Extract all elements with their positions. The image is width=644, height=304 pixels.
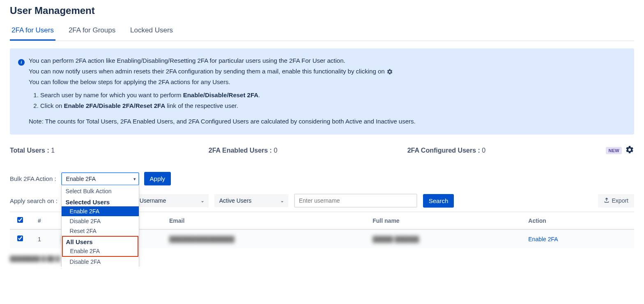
status-select[interactable]: Active Users: [214, 194, 288, 207]
export-button[interactable]: Export: [598, 194, 634, 208]
tab-2fa-groups[interactable]: 2FA for Groups: [67, 23, 117, 41]
bulk-action-select[interactable]: Enable 2FA: [61, 172, 139, 185]
column-number: #: [30, 212, 55, 230]
row-checkbox[interactable]: [17, 235, 23, 241]
username-input[interactable]: [294, 194, 417, 208]
stat-enabled: 2FA Enabled Users : 0: [209, 147, 407, 154]
settings-gear-icon[interactable]: [625, 145, 634, 155]
apply-search-label: Apply search on :: [10, 197, 63, 204]
gear-icon[interactable]: [386, 69, 393, 75]
page-title: User Management: [10, 5, 634, 16]
info-step-1: Search user by name for which you want t…: [40, 90, 416, 100]
export-icon: [604, 197, 610, 204]
row-email: ████████████████: [169, 236, 235, 242]
dropdown-item-all-disable[interactable]: Disable 2FA: [62, 257, 139, 267]
apply-button[interactable]: Apply: [144, 172, 171, 185]
info-line-2: You can now notify users when admin rese…: [29, 66, 416, 76]
based-on-select[interactable]: Username: [135, 194, 209, 207]
dropdown-group-all-users: All Users: [63, 237, 138, 246]
dropdown-item-all-reset[interactable]: Reset 2FA: [62, 267, 139, 267]
info-note: Note: The counts for Total Users, 2FA En…: [29, 117, 416, 126]
stats-row: Total Users : 1 2FA Enabled Users : 0 2F…: [10, 145, 634, 155]
column-fullname: Full name: [365, 212, 521, 230]
dropdown-item-selected-enable[interactable]: Enable 2FA: [62, 206, 139, 216]
bulk-action-dropdown: Select Bulk Action Selected Users Enable…: [61, 185, 139, 267]
column-action: Action: [521, 212, 634, 230]
stat-configured: 2FA Configured Users : 0: [407, 147, 606, 154]
select-all-checkbox[interactable]: [17, 217, 23, 223]
info-line-3: You can follow the below steps for apply…: [29, 77, 416, 87]
info-icon: i: [18, 59, 25, 66]
row-fullname: █████ ██████: [373, 236, 419, 242]
dropdown-item-selected-disable[interactable]: Disable 2FA: [62, 216, 139, 226]
dropdown-group-selected-users: Selected Users: [62, 197, 139, 206]
info-panel: i You can perform 2FA action like Enabli…: [10, 48, 634, 135]
search-button[interactable]: Search: [423, 194, 454, 208]
enable-2fa-link[interactable]: Enable 2FA: [528, 236, 558, 242]
dropdown-title: Select Bulk Action: [62, 185, 139, 197]
tabs: 2FA for Users 2FA for Groups Locked User…: [10, 23, 634, 41]
tab-2fa-users[interactable]: 2FA for Users: [10, 23, 55, 41]
info-step-2: Click on Enable 2FA/Disable 2FA/Reset 2F…: [40, 101, 416, 111]
info-line-1: You can perform 2FA action like Enabling…: [29, 56, 416, 66]
column-email: Email: [162, 212, 365, 230]
row-number: 1: [30, 229, 55, 248]
bulk-action-row: Bulk 2FA Action : Enable 2FA ▾ Select Bu…: [10, 172, 634, 185]
tab-locked-users[interactable]: Locked Users: [129, 23, 175, 41]
stat-total: Total Users : 1: [10, 147, 209, 154]
new-badge: NEW: [606, 147, 622, 154]
dropdown-item-selected-reset[interactable]: Reset 2FA: [62, 226, 139, 236]
bulk-action-label: Bulk 2FA Action :: [10, 175, 56, 182]
dropdown-item-all-enable[interactable]: Enable 2FA: [63, 246, 138, 256]
info-steps: Search user by name for which you want t…: [40, 90, 416, 111]
